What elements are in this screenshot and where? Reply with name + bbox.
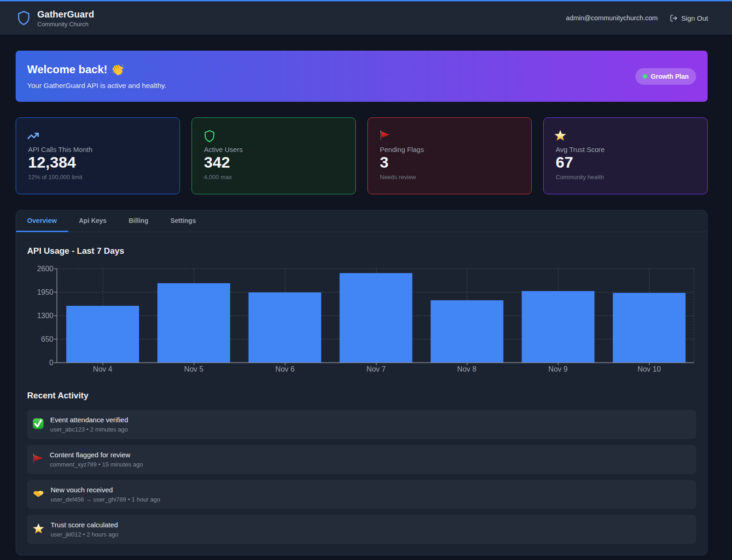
svg-text:0: 0 <box>49 359 53 367</box>
svg-text:Nov 5: Nov 5 <box>184 365 203 373</box>
svg-text:Nov 4: Nov 4 <box>93 365 112 373</box>
svg-text:1300: 1300 <box>37 312 53 320</box>
svg-text:1950: 1950 <box>37 288 53 296</box>
svg-text:Nov 7: Nov 7 <box>366 365 386 373</box>
svg-text:Nov 6: Nov 6 <box>275 365 295 373</box>
svg-text:Nov 9: Nov 9 <box>548 365 568 373</box>
svg-text:Nov 10: Nov 10 <box>638 365 661 373</box>
svg-text:650: 650 <box>41 335 53 343</box>
svg-text:Nov 8: Nov 8 <box>457 365 476 373</box>
svg-text:2600: 2600 <box>37 265 53 273</box>
